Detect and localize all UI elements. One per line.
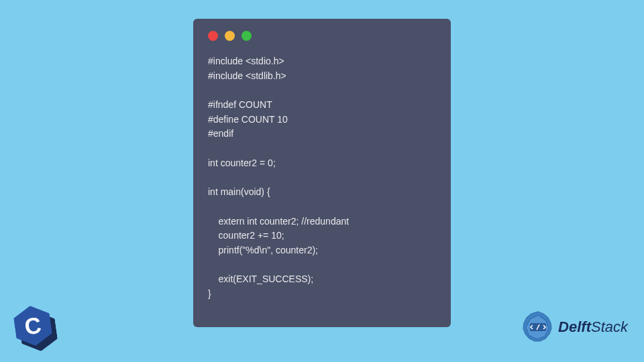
delftstack-text: DelftStack: [558, 318, 628, 336]
delftstack-logo: DelftStack: [521, 310, 628, 345]
c-language-logo: C: [15, 306, 51, 346]
minimize-icon: [225, 31, 235, 41]
code-window: #include <stdio.h> #include <stdlib.h> #…: [193, 19, 451, 327]
c-logo-letter: C: [23, 312, 43, 340]
code-block: #include <stdio.h> #include <stdlib.h> #…: [208, 54, 436, 302]
window-controls: [208, 31, 436, 41]
brand-name-stack: Stack: [591, 318, 628, 335]
brand-name-delft: Delft: [558, 318, 591, 335]
maximize-icon: [241, 31, 252, 41]
close-icon: [208, 31, 218, 41]
delftstack-gear-icon: [521, 310, 555, 345]
